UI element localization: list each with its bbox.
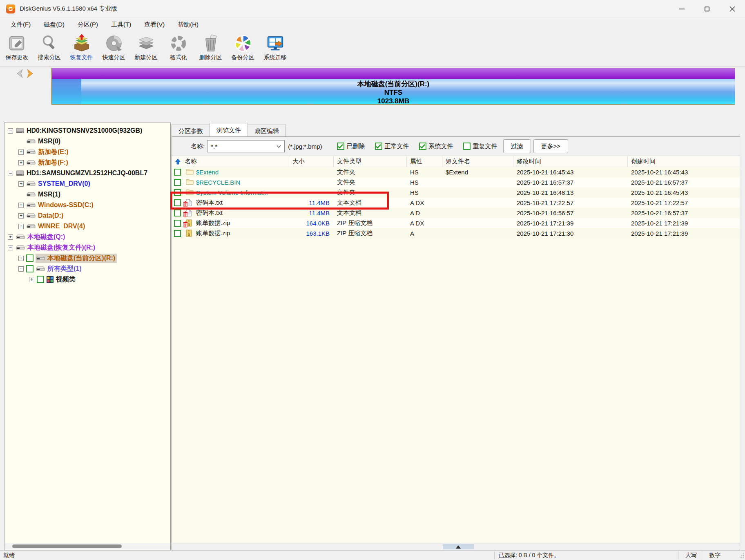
tree-checkbox[interactable] [26, 254, 33, 262]
expand-expander-icon[interactable]: + [18, 203, 24, 208]
tree-item[interactable]: +视频类 [4, 274, 170, 285]
expand-expander-icon[interactable]: + [8, 234, 13, 240]
column-header-2[interactable]: 文件类型 [334, 156, 407, 167]
more-button[interactable]: 更多>> [533, 139, 569, 153]
minimize-button[interactable] [669, 0, 694, 18]
tree-checkbox[interactable] [26, 265, 33, 272]
tab-1-active[interactable]: 浏览文件 [210, 123, 248, 136]
list-horizontal-scrollbar[interactable] [172, 543, 740, 550]
filter-checkbox-3[interactable]: 重复文件 [463, 143, 497, 150]
tree-item[interactable]: +SYSTEM_DRV(0) [4, 178, 170, 189]
tree-item[interactable]: +本地磁盘(Q:) [4, 232, 170, 242]
menu-item-1[interactable]: 磁盘(D) [37, 19, 71, 30]
tree-item[interactable]: +本地磁盘(当前分区)(R:) [4, 253, 170, 263]
search-partition-button[interactable]: 搜索分区 [33, 31, 65, 66]
menu-item-0[interactable]: 文件(F) [4, 19, 37, 30]
file-attributes: A DX [407, 218, 442, 228]
row-checkbox[interactable] [174, 169, 181, 176]
tree-item[interactable]: MSR(0) [4, 136, 170, 147]
delete-partition-button[interactable]: 删除分区 [194, 31, 227, 66]
deleted-zip-file-icon [184, 219, 193, 227]
row-checkbox[interactable] [174, 210, 181, 216]
row-checkbox[interactable] [174, 220, 181, 227]
new-partition-button[interactable]: 新建分区 [130, 31, 162, 66]
collapse-expander-icon[interactable]: − [8, 128, 13, 134]
tree-item[interactable]: +WINRE_DRV(4) [4, 221, 170, 232]
expand-expander-icon[interactable]: + [18, 256, 24, 261]
diskgenius-window: G DiskGenius V5.6.1.1580 x64 专业版 文件(F)磁盘… [0, 0, 745, 560]
checked-checkbox-icon[interactable] [375, 143, 382, 150]
tree-scrollbar-thumb[interactable] [12, 544, 122, 548]
save-changes-button[interactable]: 保存更改 [1, 31, 33, 66]
expand-expander-icon[interactable]: + [18, 149, 24, 155]
list-scrollbar-thumb[interactable] [443, 544, 474, 549]
status-ready-text: 就绪 [3, 552, 15, 559]
partition-banner[interactable]: 本地磁盘(当前分区)(R:) NTFS 1023.8MB [51, 68, 735, 105]
filter-button[interactable]: 过滤 [503, 139, 531, 153]
collapse-expander-icon[interactable]: − [18, 266, 24, 272]
row-checkbox[interactable] [174, 230, 181, 237]
expand-expander-icon[interactable]: + [29, 277, 34, 282]
expand-expander-icon[interactable]: + [18, 160, 24, 165]
menu-item-3[interactable]: 工具(T) [105, 19, 138, 30]
menu-item-5[interactable]: 帮助(H) [171, 19, 205, 30]
file-attributes: A DX [407, 198, 442, 208]
checked-checkbox-icon[interactable] [419, 143, 426, 150]
expand-expander-icon[interactable]: + [18, 224, 24, 229]
filter-checkbox-1[interactable]: 正常文件 [375, 143, 409, 150]
menu-item-4[interactable]: 查看(V) [138, 19, 171, 30]
column-header-1[interactable]: 大小 [289, 156, 334, 167]
quick-partition-button[interactable]: 快速分区 [98, 31, 130, 66]
format-button[interactable]: 格式化 [162, 31, 194, 66]
tree-checkbox[interactable] [37, 276, 44, 283]
tree-item-label: SYSTEM_DRV(0) [38, 180, 90, 187]
tree-item[interactable]: MSR(1) [4, 189, 170, 200]
tree-item[interactable]: −HD0:KINGSTONSNV2S1000G(932GB) [4, 125, 170, 136]
tree-item[interactable]: −本地磁盘(恢复文件)(R:) [4, 242, 170, 253]
tab-0[interactable]: 分区参数 [172, 125, 210, 136]
tree-item[interactable]: −HD1:SAMSUNGMZVL2512HCJQ-00BL7 [4, 168, 170, 178]
column-header-label: 创建时间 [631, 158, 656, 165]
filename-pattern-select[interactable]: *.* [207, 140, 285, 152]
table-row[interactable]: 账单数据.zip164.0KBZIP 压缩文档A DX2025-10-21 17… [172, 218, 740, 228]
tree-item[interactable]: +Windows-SSD(C:) [4, 200, 170, 210]
table-row[interactable]: $RECYCLE.BIN文件夹HS2025-10-21 16:57:372025… [172, 177, 740, 187]
filter-checkbox-2[interactable]: 系统文件 [419, 143, 453, 150]
tree-horizontal-scrollbar[interactable] [5, 543, 170, 549]
backup-partition-button[interactable]: 备份分区 [227, 31, 259, 66]
tree-item[interactable]: +新加卷(F:) [4, 157, 170, 168]
collapse-expander-icon[interactable]: − [8, 245, 13, 250]
tree-item[interactable]: +Data(D:) [4, 210, 170, 221]
collapse-expander-icon[interactable]: − [8, 171, 13, 176]
unchecked-checkbox-icon[interactable] [463, 143, 471, 150]
banner-partition-name: 本地磁盘(当前分区)(R:) [52, 80, 735, 88]
recover-files-button[interactable]: 恢复文件 [65, 31, 98, 66]
tree-item[interactable]: −所有类型(1) [4, 263, 170, 274]
column-header-6[interactable]: 创建时间 [628, 156, 740, 167]
column-header-3[interactable]: 属性 [407, 156, 442, 167]
row-checkbox[interactable] [174, 179, 181, 186]
tree-item[interactable]: +新加卷(E:) [4, 147, 170, 157]
expand-expander-icon[interactable]: + [18, 213, 24, 219]
expand-expander-icon[interactable]: + [18, 181, 24, 187]
file-created-time: 2025-10-21 17:21:39 [628, 218, 740, 228]
column-header-4[interactable]: 短文件名 [442, 156, 513, 167]
filter-checkbox-0[interactable]: 已删除 [337, 143, 365, 150]
system-migration-button[interactable]: 系统迁移 [259, 31, 291, 66]
tab-2[interactable]: 扇区编辑 [248, 125, 286, 136]
resize-grip[interactable] [738, 552, 744, 559]
back-arrow-icon[interactable] [15, 68, 25, 79]
folder-icon [184, 168, 193, 176]
status-bar: 就绪 已选择: 0 B / 0 个文件。 大写 数字 [0, 550, 745, 560]
column-header-0[interactable]: 名称 [172, 156, 289, 167]
close-button[interactable] [720, 0, 745, 18]
maximize-button[interactable] [694, 0, 720, 18]
filter-checkbox-label: 正常文件 [385, 143, 409, 150]
forward-arrow-icon[interactable] [25, 68, 36, 79]
checked-checkbox-icon[interactable] [337, 143, 344, 150]
menu-item-2[interactable]: 分区(P) [71, 19, 105, 30]
table-row[interactable]: $Extend文件夹HS$Extend2025-10-21 16:45:4320… [172, 167, 740, 177]
column-header-5[interactable]: 修改时间 [513, 156, 628, 167]
table-row[interactable]: 账单数据.zip163.1KBZIP 压缩文档A2025-10-21 17:21… [172, 228, 740, 239]
delete-partition-icon [201, 33, 220, 53]
